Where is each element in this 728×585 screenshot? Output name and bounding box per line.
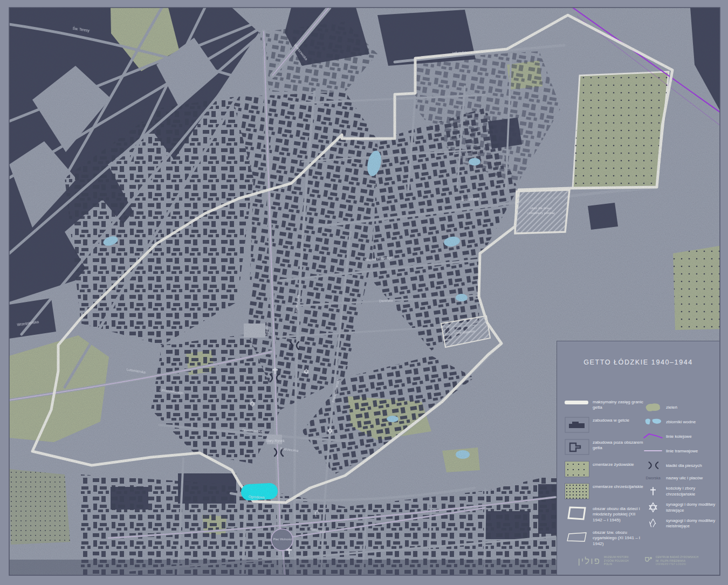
cbz-logo-line: CENTRUM BADAŃ ŻYDOWSKICH [656,556,699,559]
legend-item-label: zbiorniki wodne [666,418,696,425]
legend-item-label: zabudowa w getcie [593,417,629,423]
footbridge-icon [640,460,666,471]
legend-item: maksymalny zasięg granic getta [565,398,645,411]
legend-item: cmentarze chrześcijańskie [565,483,645,499]
polin-logo: פולין MUZEUM HISTORII ŻYDÓW POLSKICH POL… [578,556,628,566]
legend-item-label: cmentarze żydowskie [593,461,634,467]
map-title: GETTO ŁÓDZKIE 1940–1944 [557,359,719,366]
polin-glyphs: פולין [578,556,601,566]
legend-column-2: zieleńzbiorniki wodnelinie kolejowelinie… [640,402,719,533]
building-in-ghetto-swatch [565,417,593,433]
university-mark-icon [644,556,653,565]
cbz-logo-line: IM. FILIPA FRIEDMANA [656,560,699,563]
polin-logo-line: ŻYDÓW POLSKICH [604,560,629,563]
legend-item: zieleń [640,402,719,412]
legend-item-label: linie tramwajowe [666,448,698,454]
legend-item-label: cmentarze chrześcijańskie [593,483,643,490]
ghetto-boundary-swatch [565,398,593,404]
christian-cemetery-swatch [565,483,593,499]
polin-logo-line: MUZEUM HISTORII [604,556,629,559]
broken-star-icon [640,518,666,528]
legend-item: linie kolejowe [640,431,719,442]
legend-item: obszar tzw. obozu cygańskiego (XI 1941 –… [565,529,645,547]
legend-item-label: kładki dla pieszych [666,462,702,469]
street-name-sample-text: Dworska [645,476,660,480]
legend-item: linie tramwajowe [640,445,719,456]
legend-item-label: nazwy ulic i placów [666,474,703,481]
legend-item-label: kościoły i zbory chrześcijańskie [666,485,719,497]
legend-item-label: zieleń [666,404,677,410]
star-of-david-icon [640,502,666,513]
water-swatch [640,416,666,427]
legend-item: zbiorniki wodne [640,416,719,427]
legend-item: cmentarze żydowskie [565,461,645,477]
children-camp-swatch [565,505,593,521]
church-cross-icon [640,486,666,497]
legend-item: zabudowa w getcie [565,417,645,433]
legend-item: obszar obozu dla dzieci i młodzieży pols… [565,505,645,523]
cbz-logo-line: UNIWERSYTET ŁÓDZKI [656,563,699,566]
legend-item-label: obszar obozu dla dzieci i młodzieży pols… [593,505,645,523]
legend-item: kościoły i zbory chrześcijańskie [640,485,719,497]
tram-line-swatch [640,445,666,456]
building-outside-swatch [565,439,593,455]
gypsy-camp-swatch [565,529,593,545]
legend-item: kładki dla pieszych [640,460,719,471]
street-name-sample: Dworska [640,476,666,480]
cbz-logo: CENTRUM BADAŃ ŻYDOWSKICH IM. FILIPA FRIE… [644,556,699,566]
legend-panel: GETTO ŁÓDZKIE 1940–1944 maksymalny zasię… [557,341,719,575]
jewish-cemetery-swatch [565,461,593,477]
legend-item: synagogi i domy modlitwy istniejące [640,501,719,513]
legend-item: Dworskanazwy ulic i placów [640,474,719,481]
greenery-swatch [640,402,666,412]
legend-item-label: synagogi i domy modlitwy nieistniejące [666,517,719,529]
publisher-logos: פולין MUZEUM HISTORII ŻYDÓW POLSKICH POL… [557,556,719,566]
polin-logo-line: POLIN [604,563,629,566]
map-poster: Św. Teresy Wrześnieńska Lutomierska Lima… [0,0,728,585]
railway-line-swatch [640,431,666,442]
legend-item-label: obszar tzw. obozu cygańskiego (XI 1941 –… [593,529,645,547]
legend-item-label: linie kolejowe [666,433,692,439]
legend-column-1: maksymalny zasięg granic gettazabudowa w… [565,398,645,553]
legend-item: zabudowa poza obszarem getta [565,439,645,455]
legend-item: synagogi i domy modlitwy nieistniejące [640,517,719,529]
legend-item-label: synagogi i domy modlitwy istniejące [666,501,719,513]
legend-item-label: zabudowa poza obszarem getta [593,439,645,451]
legend-item-label: maksymalny zasięg granic getta [593,398,645,411]
